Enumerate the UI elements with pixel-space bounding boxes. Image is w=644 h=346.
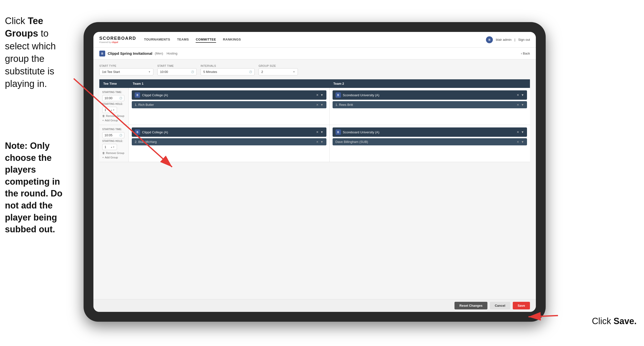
player2-row-1[interactable]: 1. Rees Britt ✕ ▼	[332, 101, 527, 108]
nav-tournaments[interactable]: TOURNAMENTS	[144, 36, 170, 43]
starting-hole-input-1[interactable]: 1 ▲▼	[102, 107, 117, 113]
remove-group-btn-2[interactable]: 🗑 Remove Group	[102, 151, 126, 154]
intervals-input[interactable]: 5 Minutes 🕐	[200, 68, 255, 75]
player2-x-2[interactable]: ✕	[517, 140, 519, 144]
player1-name-2: 2. Blair McHarg	[135, 140, 157, 144]
team2-arrow-1[interactable]: ▼	[521, 93, 524, 97]
group-size-group: Group Size 2 ▼	[258, 64, 298, 75]
team2-x-1[interactable]: ✕	[517, 93, 519, 97]
click-save-text: Click Save.	[592, 316, 637, 326]
team1-x-1[interactable]: ✕	[316, 93, 318, 97]
team2-card-1[interactable]: B Scoreboard University (A) ✕ ▼	[332, 90, 527, 100]
team1-card-left-1: B Clippd College (A)	[135, 92, 168, 98]
player1-row-1[interactable]: 1. Rich Butler ✕ ▼	[132, 101, 326, 108]
add-group-btn-2[interactable]: + Add Group	[102, 156, 126, 159]
add-group-btn-1[interactable]: + Add Group	[102, 119, 126, 122]
logo-scoreboard: SCOREBOARD	[99, 36, 136, 41]
starting-time-label-1: STARTING TIME:	[102, 91, 126, 94]
remove-group-btn-1[interactable]: 🗑 Remove Group	[102, 114, 126, 117]
group-size-arrow: ▼	[293, 70, 295, 73]
team2-card-2[interactable]: B Scoreboard University (A) ✕ ▼	[332, 127, 527, 137]
team1-x-2[interactable]: ✕	[316, 130, 318, 134]
team1-arrow-2[interactable]: ▼	[320, 130, 324, 134]
nav-avatar: B	[486, 36, 493, 43]
team1-col-1: B Clippd College (A) ✕ ▼ 1. Rich Butler	[129, 88, 330, 125]
player2-x-1[interactable]: ✕	[517, 103, 519, 107]
note-content: Note: Only choose the players competing …	[5, 141, 62, 234]
starting-time-value-1: 10:00	[104, 96, 112, 100]
tee-group-2: STARTING TIME: 10:05 🕐 STARTING HOLE: 1 …	[99, 125, 530, 162]
settings-row: Start Type 1st Tee Start ▼ Start Time 10…	[99, 64, 530, 75]
add-icon-2: +	[102, 156, 104, 159]
save-button[interactable]: Save	[513, 302, 530, 310]
player2-right-1: ✕ ▼	[517, 103, 524, 107]
team2-arrow-2[interactable]: ▼	[521, 130, 524, 134]
player1-x-2[interactable]: ✕	[316, 140, 318, 144]
intervals-clock: 🕐	[249, 70, 252, 73]
player1-name-1: 1. Rich Butler	[135, 103, 154, 107]
team2-x-2[interactable]: ✕	[517, 130, 519, 134]
starting-time-input-2[interactable]: 10:05 🕐	[102, 132, 124, 138]
team1-arrow-1[interactable]: ▼	[320, 93, 324, 97]
logo-powered: Powered by clippd	[99, 41, 136, 43]
tee-group-1: STARTING TIME: 10:00 🕐 STARTING HOLE: 1 …	[99, 88, 530, 125]
team2-badge-2: B	[336, 129, 341, 135]
nav-separator: |	[514, 38, 515, 41]
breadcrumb-hosting: Hosting	[167, 51, 178, 55]
nav-committee[interactable]: COMMITTEE	[196, 36, 216, 43]
player2-arrow-2[interactable]: ▼	[521, 140, 524, 144]
team1-card-2[interactable]: B Clippd College (A) ✕ ▼	[132, 127, 326, 137]
tee-left-2: STARTING TIME: 10:05 🕐 STARTING HOLE: 1 …	[99, 125, 129, 162]
nav-links: TOURNAMENTS TEAMS COMMITTEE RANKINGS	[144, 36, 486, 43]
player1-row-2[interactable]: 2. Blair McHarg ✕ ▼	[132, 138, 326, 145]
breadcrumb-subtitle: (Men)	[155, 51, 163, 55]
team2-name-1: Scoreboard University (A)	[343, 93, 380, 97]
start-time-input[interactable]: 10:00 🕐	[157, 68, 197, 75]
player1-arrow-2[interactable]: ▼	[320, 140, 324, 144]
starting-time-label-2: STARTING TIME:	[102, 128, 126, 131]
player1-arrow-1[interactable]: ▼	[320, 103, 324, 107]
tee-teams-2: B Clippd College (A) ✕ ▼ 2. Blair McHarg	[129, 125, 530, 162]
start-type-input[interactable]: 1st Tee Start ▼	[99, 68, 154, 75]
start-time-value: 10:00	[160, 70, 168, 74]
team2-name-2: Scoreboard University (A)	[343, 130, 380, 134]
nav-right: B blair admin | Sign out	[486, 36, 530, 43]
starting-hole-input-2[interactable]: 1 ▲▼	[102, 144, 117, 150]
tee-left-1: STARTING TIME: 10:00 🕐 STARTING HOLE: 1 …	[99, 88, 129, 125]
bottom-bar: Reset Changes Cancel Save	[94, 299, 536, 312]
add-icon-1: +	[102, 119, 104, 122]
starting-hole-value-2: 1	[104, 145, 106, 149]
cancel-button[interactable]: Cancel	[490, 302, 510, 310]
signout-link[interactable]: Sign out	[518, 38, 530, 41]
team1-name-2: Clippd College (A)	[142, 130, 168, 134]
team2-col-1: B Scoreboard University (A) ✕ ▼ 1. Rees …	[330, 88, 530, 125]
team2-card-right-1: ✕ ▼	[517, 93, 524, 97]
tee-table: Tee Time Team 1 Team 2 STARTING TIME: 10…	[99, 79, 530, 162]
time-icon-1: 🕐	[119, 97, 122, 99]
team2-card-left-2: B Scoreboard University (A)	[336, 129, 380, 135]
player2-arrow-1[interactable]: ▼	[521, 103, 524, 107]
player2-name-1: 1. Rees Britt	[336, 103, 353, 107]
breadcrumb-badge: B	[99, 50, 105, 56]
start-type-label: Start Type	[99, 64, 154, 67]
back-button[interactable]: ‹ Back	[521, 51, 530, 55]
reset-changes-button[interactable]: Reset Changes	[454, 302, 488, 310]
group-size-input[interactable]: 2 ▼	[258, 68, 298, 75]
team2-card-left-1: B Scoreboard University (A)	[336, 92, 380, 98]
player2-row-2[interactable]: Dave Billingham (SUB) ✕ ▼	[332, 138, 527, 145]
starting-time-input-1[interactable]: 10:00 🕐	[102, 95, 124, 101]
main-content: Start Type 1st Tee Start ▼ Start Time 10…	[94, 59, 536, 299]
nav-user: blair admin	[496, 38, 512, 41]
team1-card-1[interactable]: B Clippd College (A) ✕ ▼	[132, 90, 326, 100]
start-time-label: Start Time	[157, 64, 197, 67]
team1-card-right-2: ✕ ▼	[316, 130, 324, 134]
start-type-arrow: ▼	[148, 70, 151, 73]
player1-x-1[interactable]: ✕	[316, 103, 318, 107]
team2-col-2: B Scoreboard University (A) ✕ ▼ Dave Bil…	[330, 125, 530, 162]
instruction-line1: Click Tee Groups to select which group t…	[5, 16, 56, 89]
group-size-label: Group Size	[258, 64, 298, 67]
starting-hole-value-1: 1	[104, 108, 106, 112]
team1-name-1: Clippd College (A)	[142, 93, 168, 97]
nav-teams[interactable]: TEAMS	[177, 36, 189, 43]
nav-rankings[interactable]: RANKINGS	[223, 36, 241, 43]
